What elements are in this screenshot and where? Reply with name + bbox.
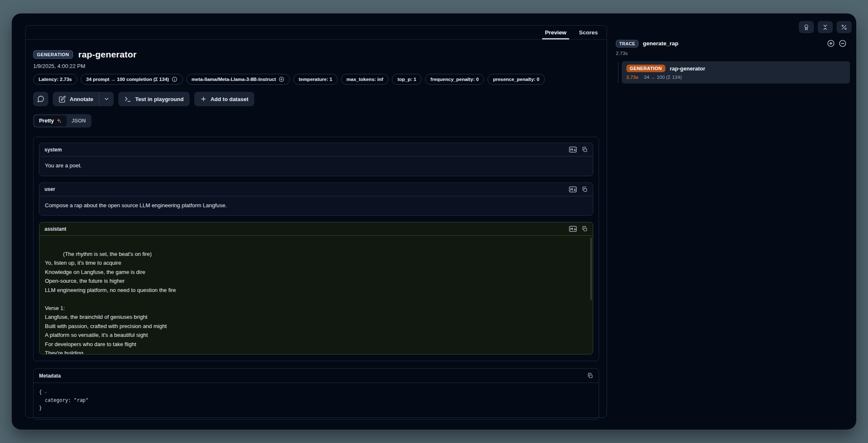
- add-to-dataset-button[interactable]: Add to dataset: [194, 92, 254, 106]
- copy-icon[interactable]: [587, 373, 593, 379]
- assistant-message-content: (The rhythm is set, the beat's on fire) …: [39, 236, 593, 354]
- copy-icon[interactable]: [581, 186, 588, 193]
- toggle-json[interactable]: JSON: [67, 115, 90, 126]
- pretty-json-toggle: Pretty JSON: [33, 114, 91, 128]
- collapse-tree-icon[interactable]: [839, 39, 847, 47]
- user-message-content: Compose a rap about the open source LLM …: [39, 196, 593, 216]
- messages-container: system You are a poet.: [33, 137, 599, 361]
- user-message-panel: user Compose a rap about the open source…: [39, 182, 593, 216]
- frequency-penalty-pill: frequency_penalty: 0: [425, 74, 484, 85]
- trace-tree-sidebar: TRACE generate_rap 2.73s GENERATION rap-…: [614, 21, 852, 83]
- user-role-label: user: [44, 186, 55, 192]
- sidebar-actions: [614, 21, 852, 33]
- model-label: meta-llama/Meta-Llama-3-8B-Instruct: [192, 77, 276, 82]
- app-window: Preview Scores GENERATION rap-generator …: [12, 13, 856, 430]
- detail-tabbar: Preview Scores: [26, 26, 607, 40]
- trace-tree: GENERATION rap-generator 2.73s 34 → 100 …: [614, 61, 852, 83]
- trace-type-badge: TRACE: [616, 40, 639, 47]
- page-title: rap-generator: [78, 50, 137, 60]
- metadata-panel: Metadata { category: "rap": [33, 368, 599, 420]
- collapse-chevron-icon[interactable]: [44, 391, 48, 395]
- max-tokens-pill: max_tokens: inf: [341, 74, 389, 85]
- test-in-playground-button[interactable]: Test in playground: [118, 92, 189, 106]
- generation-type-badge: GENERATION: [33, 50, 73, 59]
- comment-button[interactable]: [33, 92, 48, 106]
- annotate-dropdown-button[interactable]: [99, 92, 114, 106]
- generation-badge: GENERATION: [626, 65, 665, 72]
- markdown-toggle-icon[interactable]: [569, 146, 577, 153]
- action-buttons: Annotate Test in playground: [33, 92, 599, 106]
- scores-award-button[interactable]: [799, 21, 814, 33]
- top-p-pill: top_p: 1: [392, 74, 422, 85]
- model-pill: meta-llama/Meta-Llama-3-8B-Instruct: [186, 74, 290, 85]
- generation-tree-item[interactable]: GENERATION rap-generator 2.73s 34 → 100 …: [622, 61, 850, 83]
- user-message-header: user: [39, 183, 593, 196]
- assistant-message-panel: assistant (The rhythm is set, the beat's…: [39, 222, 593, 354]
- view-toggle-row: Pretty JSON: [33, 114, 599, 128]
- info-icon[interactable]: [172, 76, 177, 82]
- metadata-line: category: "rap": [39, 396, 593, 404]
- chevrons-down-up-icon: [822, 24, 829, 31]
- metadata-header: Metadata: [34, 369, 599, 383]
- metadata-close-brace: }: [39, 404, 593, 412]
- chevron-down-icon: [104, 96, 109, 102]
- expand-all-icon[interactable]: [827, 39, 835, 47]
- toggle-pretty[interactable]: Pretty: [34, 115, 67, 126]
- system-role-label: system: [44, 147, 62, 153]
- comment-icon: [37, 95, 44, 103]
- award-icon: [803, 24, 810, 31]
- terminal-icon: [124, 96, 131, 103]
- system-message-panel: system You are a poet.: [39, 143, 593, 176]
- token-usage-pill: 34 prompt → 100 completion (Σ 134): [81, 74, 182, 85]
- plus-icon: [200, 96, 207, 102]
- assistant-scrollbar[interactable]: [590, 237, 592, 300]
- tab-scores[interactable]: Scores: [573, 26, 604, 39]
- percent-icon: [841, 24, 847, 31]
- pretty-label: Pretty: [39, 118, 54, 124]
- observation-detail-panel: Preview Scores GENERATION rap-generator …: [25, 25, 607, 418]
- system-message-header: system: [39, 143, 593, 156]
- generation-name: rap-generator: [670, 65, 706, 72]
- trace-name: generate_rap: [643, 40, 678, 47]
- playground-label: Test in playground: [135, 96, 183, 102]
- generation-token-usage: 34 → 100 (Σ 134): [644, 75, 682, 80]
- copy-icon[interactable]: [581, 146, 588, 153]
- latency-pill: Latency: 2.73s: [33, 74, 77, 85]
- metadata-open-brace: {: [39, 388, 42, 396]
- parameter-pills: Latency: 2.73s 34 prompt → 100 completio…: [33, 74, 599, 85]
- annotate-button[interactable]: Annotate: [53, 92, 99, 106]
- temperature-pill: temperature: 1: [293, 74, 338, 85]
- trace-header-row[interactable]: TRACE generate_rap: [614, 39, 852, 47]
- collapse-all-button[interactable]: [818, 21, 833, 33]
- metadata-title: Metadata: [39, 373, 61, 379]
- system-message-content: You are a poet.: [39, 156, 593, 176]
- circle-plus-icon[interactable]: [279, 76, 284, 82]
- detail-body: GENERATION rap-generator 1/9/2025, 4:00:…: [26, 40, 607, 420]
- token-usage-label: 34 prompt → 100 completion (Σ 134): [86, 77, 169, 82]
- tab-preview[interactable]: Preview: [539, 26, 573, 39]
- sparkles-icon: [56, 118, 62, 124]
- edit-icon: [59, 96, 66, 103]
- markdown-toggle-icon[interactable]: [569, 226, 577, 232]
- assistant-text: (The rhythm is set, the beat's on fire) …: [45, 251, 176, 354]
- metadata-content: { category: "rap" }: [34, 383, 599, 419]
- observation-timestamp: 1/9/2025, 4:00:22 PM: [33, 63, 599, 69]
- markdown-toggle-icon[interactable]: [569, 186, 577, 193]
- percent-toggle-button[interactable]: [837, 21, 852, 33]
- annotate-label: Annotate: [70, 96, 93, 102]
- assistant-role-label: assistant: [44, 226, 66, 232]
- generation-latency: 2.73s: [626, 75, 639, 80]
- observation-header: GENERATION rap-generator: [33, 50, 599, 60]
- trace-latency: 2.73s: [614, 51, 852, 56]
- copy-icon[interactable]: [581, 226, 588, 232]
- presence-penalty-pill: presence_penalty: 0: [487, 74, 545, 85]
- annotate-split-button: Annotate: [53, 92, 114, 106]
- assistant-message-header: assistant: [39, 222, 593, 236]
- add-to-dataset-label: Add to dataset: [211, 96, 248, 102]
